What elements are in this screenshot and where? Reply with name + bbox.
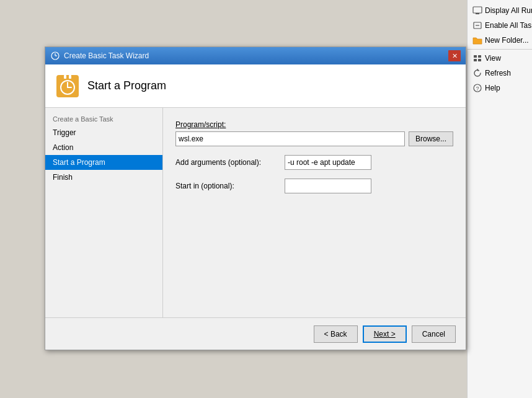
svg-rect-1 (476, 13, 479, 14)
panel-item-refresh[interactable]: Refresh (468, 66, 532, 81)
panel-label-enable: Enable All Tasks... (485, 21, 532, 30)
args-input[interactable] (285, 155, 371, 170)
title-bar-left: Create Basic Task Wizard (50, 51, 149, 61)
dialog-title: Create Basic Task Wizard (64, 51, 149, 60)
svg-rect-18 (69, 75, 71, 79)
close-button[interactable]: ✕ (448, 50, 461, 61)
program-input[interactable] (175, 131, 405, 146)
panel-item-newfolder[interactable]: New Folder... (468, 33, 532, 48)
startin-input[interactable] (285, 179, 371, 193)
dialog-content: Program/script: Browse... Add arguments … (163, 108, 466, 317)
panel-item-view[interactable]: View (468, 51, 532, 66)
svg-rect-0 (473, 7, 482, 13)
next-button[interactable]: Next > (363, 325, 407, 343)
title-bar-icon (50, 51, 60, 61)
panel-label-view: View (485, 54, 501, 63)
dialog-header: Start a Program (45, 64, 466, 108)
svg-rect-6 (474, 59, 477, 61)
view-icon (472, 53, 482, 63)
dialog-footer: < Back Next > Cancel (45, 317, 466, 350)
args-row: Add arguments (optional): (175, 155, 453, 170)
display-icon (472, 6, 482, 15)
startin-label: Start in (optional): (175, 182, 281, 190)
svg-rect-5 (478, 55, 481, 58)
create-task-dialog: Create Basic Task Wizard ✕ Start a Progr… (45, 46, 466, 350)
program-row: Program/script: Browse... (175, 120, 453, 146)
header-icon (55, 74, 80, 99)
refresh-icon (472, 68, 482, 78)
program-input-row: Browse... (175, 131, 453, 146)
panel-label-newfolder: New Folder... (485, 36, 529, 45)
nav-section-header: Create a Basic Task (45, 113, 162, 125)
nav-item-trigger[interactable]: Trigger (45, 125, 162, 140)
back-button[interactable]: < Back (314, 325, 358, 343)
next-label: Next > (374, 330, 396, 338)
svg-rect-17 (64, 75, 66, 79)
right-panel: Display All Run... Enable All Tasks... N… (467, 0, 532, 398)
panel-label-help: Help (485, 84, 500, 92)
svg-text:?: ? (476, 86, 479, 92)
enable-icon (472, 20, 482, 30)
svg-rect-4 (474, 55, 477, 58)
args-label: Add arguments (optional): (175, 158, 281, 167)
dialog-body: Create a Basic Task Trigger Action Start… (45, 108, 466, 317)
panel-item-enable[interactable]: Enable All Tasks... (468, 18, 532, 33)
help-icon: ? (472, 83, 482, 93)
panel-item-help[interactable]: ? Help (468, 81, 532, 95)
dialog-nav: Create a Basic Task Trigger Action Start… (45, 108, 163, 317)
title-bar: Create Basic Task Wizard ✕ (45, 47, 466, 64)
panel-item-display[interactable]: Display All Run... (468, 3, 532, 18)
nav-item-start-program[interactable]: Start a Program (45, 155, 162, 170)
panel-label-display: Display All Run... (485, 6, 532, 15)
task-clock-icon (55, 74, 80, 99)
header-title: Start a Program (87, 79, 166, 92)
nav-item-finish[interactable]: Finish (45, 170, 162, 185)
folder-icon (472, 35, 482, 45)
browse-button[interactable]: Browse... (409, 131, 453, 146)
nav-item-action[interactable]: Action (45, 140, 162, 155)
panel-divider (468, 49, 532, 50)
svg-rect-7 (478, 59, 481, 61)
program-label: Program/script: (175, 120, 453, 129)
startin-row: Start in (optional): (175, 179, 453, 193)
cancel-button[interactable]: Cancel (412, 325, 456, 343)
panel-label-refresh: Refresh (485, 69, 511, 77)
